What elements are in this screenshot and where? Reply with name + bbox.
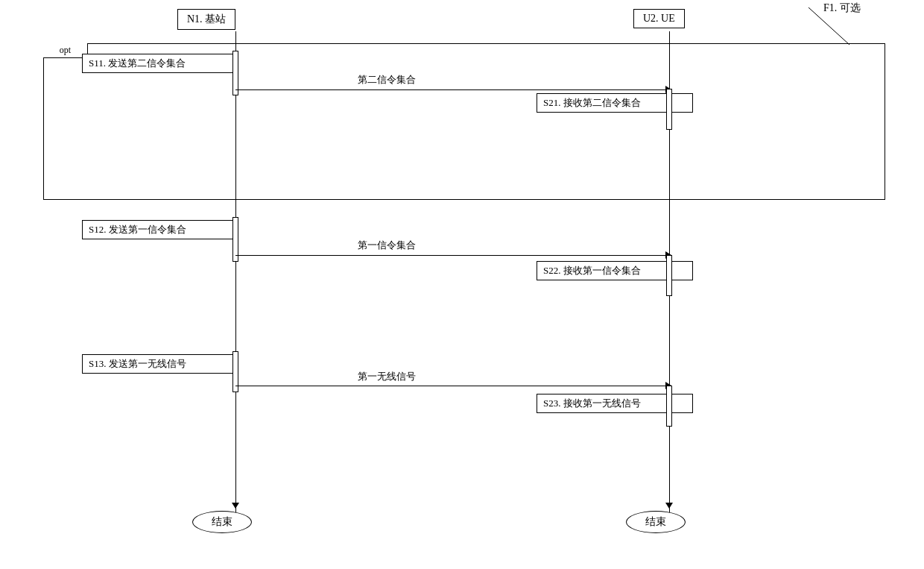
- step-s11: S11. 发送第二信令集合: [82, 54, 235, 73]
- step-s13: S13. 发送第一无线信号: [82, 354, 235, 374]
- sequence-diagram: N1. 基站 U2. UE opt F1. 可选 S11. 发送第二信令集合 第…: [0, 0, 924, 569]
- diagonal-pointer: [808, 7, 853, 52]
- activation-n1-s11: [232, 51, 238, 95]
- message-label-s12: 第一信令集合: [358, 239, 416, 252]
- fragment-corner: opt: [43, 43, 88, 58]
- message-arrow-s11: [235, 89, 669, 90]
- arrowhead-down-n1: [232, 503, 239, 509]
- actor-n1: N1. 基站: [177, 9, 235, 30]
- message-label-s13: 第一无线信号: [358, 370, 416, 383]
- message-arrow-s13: [235, 386, 669, 386]
- step-s12: S12. 发送第一信令集合: [82, 220, 235, 239]
- arrow-to-end-n1: [235, 438, 236, 506]
- message-arrow-s12: [235, 255, 669, 256]
- end-oval-n1: 结束: [192, 511, 252, 533]
- actor-u2: U2. UE: [633, 9, 685, 28]
- activation-u2-s21: [666, 89, 672, 130]
- message-label-s11: 第二信令集合: [358, 73, 416, 87]
- activation-u2-s23: [666, 386, 672, 427]
- arrowhead-down-u2: [665, 503, 673, 509]
- svg-line-0: [808, 7, 849, 45]
- arrow-to-end-u2: [669, 438, 670, 506]
- activation-u2-s22: [666, 255, 672, 296]
- end-oval-u2: 结束: [626, 511, 686, 533]
